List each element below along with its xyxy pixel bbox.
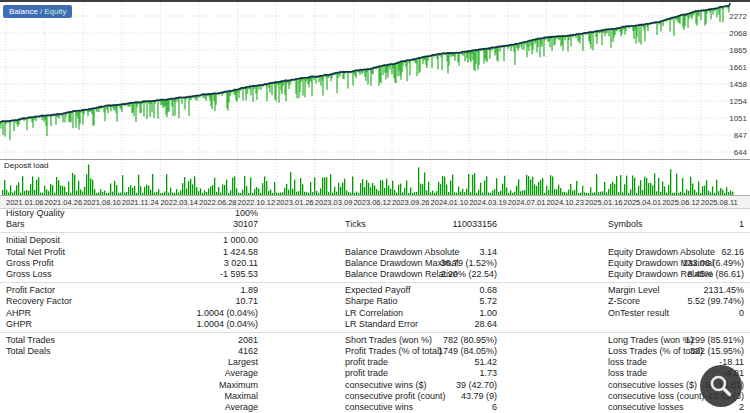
x-axis-date: 2021.01.06 (6, 198, 44, 207)
x-axis-date: 2023.06.12 (353, 198, 391, 207)
stat-value: Maximal (224, 391, 258, 402)
stats-row: Largestprofit trade51.42loss trade-18.11 (0, 357, 750, 368)
stat-label: Gross Loss (6, 269, 52, 280)
stats-row: Maximumconsecutive wins ($)39 (42.70)con… (0, 380, 750, 391)
stat-label: Sharpe Ratio (345, 296, 398, 307)
stat-label: LR Correlation (345, 308, 403, 319)
stat-label: consecutive loss (count) (608, 391, 705, 402)
stat-label: AHPR (6, 308, 31, 319)
statistics-table: History Quality100%Bars30107Ticks1100331… (0, 208, 750, 413)
stat-label: consecutive losses ($) (608, 380, 697, 391)
x-axis-date: 2023.03.09 (315, 198, 353, 207)
stat-value: -1 595.53 (220, 269, 258, 280)
svg-text:1865: 1865 (729, 46, 747, 55)
stat-label: consecutive profit (count) (345, 391, 446, 402)
deposit-load-label: Deposit load (4, 161, 48, 170)
stat-label: consecutive losses (608, 402, 684, 413)
stat-value: 1.0004 (0.04%) (196, 308, 258, 319)
x-axis-date: 2022.10.12 (238, 198, 276, 207)
svg-text:2272: 2272 (729, 12, 747, 21)
svg-text:1051: 1051 (729, 114, 747, 123)
stat-value: Average (225, 368, 258, 379)
x-axis-date: 2023.09.26 (392, 198, 430, 207)
stat-value: Average (225, 402, 258, 413)
stat-label: loss trade (608, 368, 647, 379)
stat-label: LR Standard Error (345, 319, 418, 330)
deposit-load-chart[interactable]: Deposit load (0, 159, 750, 195)
x-axis-date: 2025.08.11 (701, 198, 738, 207)
stat-value: 28.64 (474, 319, 497, 330)
stat-value: 36.79 (1.52%) (440, 258, 497, 269)
x-axis-date: 2024.01.10 (431, 198, 469, 207)
stat-value: 6 (492, 402, 497, 413)
stat-value: 1 (739, 219, 744, 230)
stat-value: 1 424.58 (223, 247, 258, 258)
magnifier-button[interactable] (700, 365, 742, 407)
stat-value: 2081 (238, 335, 258, 346)
stats-row: AHPR1.0004 (0.04%)LR Correlation1.00OnTe… (0, 308, 750, 319)
svg-text:1458: 1458 (729, 80, 747, 89)
stat-label: Short Trades (won %) (345, 335, 432, 346)
stats-row: Gross Loss-1 595.53Balance Drawdown Rela… (0, 269, 750, 280)
stat-value: 100% (235, 208, 258, 219)
stats-row: Total Deals4162Profit Trades (% of total… (0, 346, 750, 357)
stat-value: 51.42 (474, 357, 497, 368)
stat-label: Long Trades (won %) (608, 335, 694, 346)
stat-value: 2 (739, 402, 744, 413)
stat-label: profit trade (345, 368, 388, 379)
stats-row: Averageprofit trade1.73loss trade-4.81 (0, 368, 750, 379)
x-axis-date: 2021.11.24 (122, 198, 159, 207)
legend-balance-label: Balance (9, 7, 38, 16)
stat-label: OnTester result (608, 308, 669, 319)
stat-label: Z-Score (608, 296, 640, 307)
legend-separator: / (40, 7, 42, 16)
x-axis-date: 2024.07.01 (508, 198, 546, 207)
stat-value: 1299 (85.91%) (685, 335, 744, 346)
stat-label: GHPR (6, 319, 32, 330)
svg-text:1661: 1661 (729, 63, 747, 72)
stat-label: loss trade (608, 357, 647, 368)
stat-label: Bars (6, 219, 25, 230)
stat-value: 5.72 (479, 296, 497, 307)
svg-text:644: 644 (734, 148, 748, 157)
stat-value: 133.06 (6.49%) (682, 258, 744, 269)
stats-row: Total Trades2081Short Trades (won %)782 … (0, 335, 750, 346)
stat-value: 2131.45% (703, 285, 744, 296)
x-axis-date: 2023.01.26 (276, 198, 314, 207)
stat-value: Largest (228, 357, 258, 368)
stats-row: Gross Profit3 020.11Balance Drawdown Max… (0, 258, 750, 269)
stats-row: Maximalconsecutive profit (count)43.79 (… (0, 391, 750, 402)
stat-value: 10.71 (235, 296, 258, 307)
stats-row: Profit Factor1.89Expected Payoff0.68Marg… (0, 285, 750, 296)
stat-label: consecutive wins (345, 402, 413, 413)
strategy-tester-report: 2272206818651661145812541051847644 Balan… (0, 0, 750, 413)
stat-value: 1.73 (479, 368, 497, 379)
stat-label: Expected Payoff (345, 285, 410, 296)
x-axis-date: 2024.03.19 (469, 198, 507, 207)
stats-row: GHPR1.0004 (0.04%)LR Standard Error28.64 (0, 319, 750, 330)
stat-value: 3.14 (479, 247, 497, 258)
stats-row: Recovery Factor10.71Sharpe Ratio5.72Z-Sc… (0, 296, 750, 307)
x-axis-date: 2022.03.14 (160, 198, 198, 207)
stat-value: 1.00 (479, 308, 497, 319)
stat-label: Total Net Profit (6, 247, 65, 258)
stat-value: 62.16 (721, 247, 744, 258)
stat-label: Ticks (345, 219, 366, 230)
stat-value: 332 (15.95%) (690, 346, 744, 357)
x-axis-date: 2025.01.16 (585, 198, 623, 207)
stats-row: History Quality100% (0, 208, 750, 219)
stat-label: Initial Deposit (6, 235, 60, 246)
stat-label: consecutive wins ($) (345, 380, 427, 391)
stat-label: profit trade (345, 357, 388, 368)
stat-label: Margin Level (608, 285, 660, 296)
stat-value: 39 (42.70) (456, 380, 497, 391)
balance-equity-chart[interactable]: 2272206818651661145812541051847644 Balan… (0, 2, 750, 159)
stat-label: Loss Trades (% of total) (608, 346, 703, 357)
deposit-canvas (0, 160, 750, 196)
stat-label: Recovery Factor (6, 296, 72, 307)
stat-value: 1749 (84.05%) (438, 346, 497, 357)
stat-value: 5.52 (99.74%) (687, 296, 744, 307)
x-axis-date: 2021.08.10 (83, 198, 121, 207)
stat-label: Balance Drawdown Absolute (345, 247, 460, 258)
stat-value: 0 (739, 308, 744, 319)
